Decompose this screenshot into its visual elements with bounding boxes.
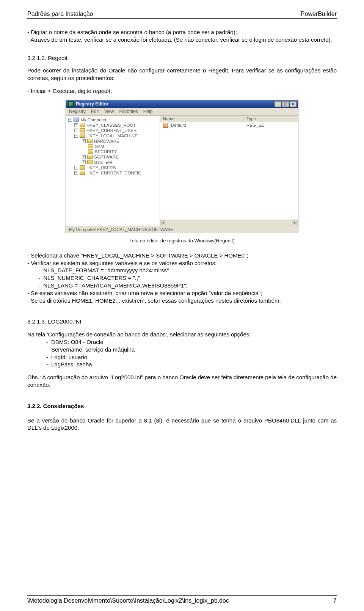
regedit-statusbar: My Computer\HKEY_LOCAL_MACHINE\SOFTWARE — [66, 226, 298, 233]
tree-item[interactable]: SECURITY — [67, 149, 159, 154]
section-322-para: Se a versão do banco Oracle for superior… — [27, 417, 337, 432]
regedit-titlebar: Registry Editor _ ☐ × — [66, 101, 298, 108]
regedit-detail[interactable]: Name Type (Default) REG_SZ ◂ ▸ — [160, 116, 298, 226]
folder-icon — [87, 160, 93, 164]
menu-edit[interactable]: Edit — [91, 109, 99, 114]
computer-icon — [74, 118, 79, 122]
folder-icon — [87, 139, 93, 143]
list-item: - Se estas variáveis não existirem, cria… — [27, 289, 337, 297]
menu-registry[interactable]: Registry — [69, 109, 86, 114]
folder-icon — [80, 165, 85, 170]
tree-root[interactable]: − My Computer — [67, 117, 159, 123]
section-3213-intro: Na tela 'Configurações de conexão ao ban… — [27, 331, 337, 338]
intro-paragraph: - Digitar o nome da estação onde se enco… — [27, 28, 337, 44]
list-item: -LogId: usuario — [46, 353, 337, 361]
section-3213-list: -DBMS: O84 - Oracle -Servername: serviço… — [27, 338, 337, 368]
list-item: ·NLS_NUMERIC_CHARACTERS = ".," — [27, 274, 337, 282]
list-item: - Selecionar a chave "HKEY_LOCAL_MACHINE… — [27, 252, 337, 259]
folder-icon — [88, 144, 93, 148]
regedit-menubar: Registry Edit View Favorites Help — [66, 108, 298, 116]
folder-icon — [80, 128, 85, 132]
menu-view[interactable]: View — [104, 109, 114, 114]
page-footer: \Metodologia Desenvolvimento\Suporte\Ins… — [27, 595, 337, 604]
regedit-app-icon — [68, 101, 74, 107]
after-regedit-list: - Selecionar a chave "HKEY_LOCAL_MACHINE… — [27, 252, 337, 305]
footer-divider — [27, 595, 337, 596]
menu-favorites[interactable]: Favorites — [119, 109, 138, 114]
regedit-window: Registry Editor _ ☐ × Registry Edit View… — [66, 100, 298, 233]
folder-icon — [87, 155, 93, 159]
folder-icon — [88, 149, 93, 154]
col-type[interactable]: Type — [243, 116, 281, 122]
list-item: -Servername: serviço da máquina — [46, 346, 337, 353]
tree-item[interactable]: +HARDWARE — [67, 138, 159, 144]
folder-icon — [80, 134, 85, 138]
value-icon — [163, 123, 168, 128]
list-item: -DBMS: O84 - Oracle — [46, 338, 337, 346]
scroll-right-button[interactable]: ▸ — [292, 220, 298, 225]
detail-header: Name Type — [160, 116, 298, 122]
regedit-title: Registry Editor — [76, 101, 108, 107]
tree-item[interactable]: +HKEY_CURRENT_CONFIG — [67, 170, 159, 176]
menu-help[interactable]: Help — [143, 109, 153, 114]
list-item: ·NLS_LANG = "AMERICAN_AMERICA.WE8ISO8859… — [27, 282, 337, 289]
list-item: - Verificar se existem as seguintes vari… — [27, 259, 337, 267]
tree-item[interactable]: SAM — [67, 144, 159, 149]
close-button[interactable]: × — [290, 101, 297, 107]
section-3212-step: - Iniciar > Executar, digite regedit; — [27, 87, 337, 95]
tree-item[interactable]: −HKEY_LOCAL_MACHINE — [67, 133, 159, 138]
footer-page-number: 7 — [333, 597, 337, 604]
list-item: - Se os diretórios HOME1, HOME2... exist… — [27, 297, 337, 305]
scroll-left-button[interactable]: ◂ — [160, 220, 166, 225]
header-divider — [27, 18, 337, 19]
folder-icon — [80, 123, 85, 127]
horizontal-scrollbar[interactable]: ◂ ▸ — [160, 220, 298, 226]
col-name[interactable]: Name — [160, 116, 243, 122]
tree-item[interactable]: +HKEY_CLASSES_ROOT — [67, 123, 159, 128]
header-right: PowerBuilder — [301, 11, 337, 17]
tree-item[interactable]: +HKEY_USERS — [67, 165, 159, 170]
section-3213-title: 3.2.1.3. LOG2000.INI — [27, 318, 337, 325]
section-322-title: 3.2.2. Considerações — [27, 402, 337, 410]
minimize-button[interactable]: _ — [275, 101, 281, 107]
footer-path: \Metodologia Desenvolvimento\Suporte\Ins… — [27, 597, 229, 604]
section-3212-title: 3.2.1.2. Regedit — [27, 54, 337, 62]
section-3212-para: Pode ocorrer da instalação do Oracle não… — [27, 67, 337, 82]
maximize-button[interactable]: ☐ — [282, 101, 289, 107]
tree-item[interactable]: +SOFTWARE — [67, 154, 159, 160]
regedit-tree[interactable]: − My Computer +HKEY_CLASSES_ROOT +HKEY_C… — [66, 116, 160, 226]
list-item: -LogPass: senha — [46, 361, 337, 368]
list-item: ·NLS_DATE_FORMAT = "dd/mm/yyyy hh24:mi:s… — [27, 267, 337, 274]
detail-row[interactable]: (Default) REG_SZ — [160, 122, 298, 129]
figure-caption: Tela do editor de registros do Windows(R… — [27, 238, 337, 243]
section-3213-obs: Obs.: A configuração do arquivo "Log2000… — [27, 374, 337, 389]
header-left: Padrões para Instalação — [27, 11, 93, 17]
folder-icon — [80, 171, 85, 175]
page-header: Padrões para Instalação PowerBuilder — [27, 11, 337, 17]
tree-item[interactable]: +HKEY_CURRENT_USER — [67, 128, 159, 133]
tree-item[interactable]: +SYSTEM — [67, 160, 159, 165]
